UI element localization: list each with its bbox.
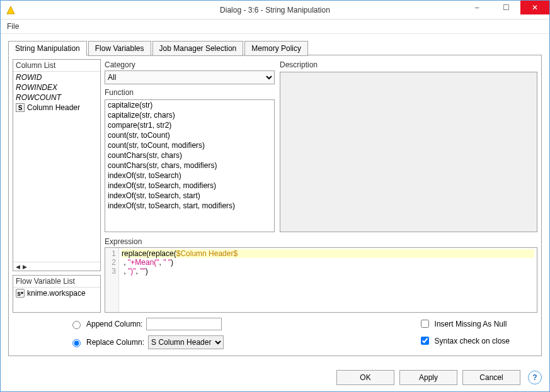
misc-options: Insert Missing As Null Syntax check on c… (418, 318, 535, 347)
append-column-label: Append Column: (86, 320, 142, 328)
function-item[interactable]: indexOf(str, toSearch, modifiers) (105, 181, 274, 191)
tab-strip: String Manipulation Flow Variables Job M… (8, 40, 542, 55)
category-function-col: Category All Function capitalize(str) ca… (105, 59, 275, 232)
function-item[interactable]: countChars(str, chars, modifiers) (105, 160, 274, 171)
list-item[interactable]: sᵒ knime.workspace (14, 288, 99, 298)
insert-missing-row: Insert Missing As Null (418, 318, 510, 330)
content-area: String Manipulation Flow Variables Job M… (1, 34, 549, 364)
string-type-icon: S (16, 103, 25, 112)
output-options: Append Column: Replace Column: S Column … (13, 313, 537, 352)
replace-column-select[interactable]: S Column Header (148, 335, 224, 349)
expression-label: Expression (105, 236, 537, 247)
insert-missing-label: Insert Missing As Null (435, 320, 507, 328)
insert-missing-checkbox[interactable] (421, 320, 429, 328)
expression-section: Expression 1 2 3 replace(replace($Column… (105, 236, 537, 313)
line-gutter: 1 2 3 (105, 248, 119, 312)
close-button[interactable]: ✕ (520, 1, 549, 14)
column-mode-options: Append Column: Replace Column: S Column … (69, 318, 224, 349)
right-column: Category All Function capitalize(str) ca… (105, 59, 537, 313)
append-column-input[interactable] (146, 318, 222, 330)
apply-button[interactable]: Apply (399, 370, 457, 385)
replace-column-row: Replace Column: S Column Header (69, 335, 224, 349)
list-item[interactable]: S Column Header (14, 103, 99, 113)
column-list-title: Column List (13, 60, 100, 71)
tab-memory-policy[interactable]: Memory Policy (244, 41, 308, 56)
list-item[interactable]: ROWCOUNT (14, 92, 99, 103)
function-list[interactable]: capitalize(str) capitalize(str, chars) c… (105, 99, 275, 232)
syntax-check-row: Syntax check on close (418, 335, 510, 347)
app-icon (6, 5, 16, 15)
column-list-box[interactable]: ROWID ROWINDEX ROWCOUNT S Column Header (13, 71, 100, 262)
append-column-radio[interactable] (72, 321, 81, 329)
minimize-button[interactable]: – (462, 1, 491, 14)
column-list-panel: Column List ROWID ROWINDEX ROWCOUNT S Co… (13, 59, 101, 271)
chevron-left-icon: ◀ (16, 264, 20, 270)
list-item-label: Column Header (27, 103, 80, 112)
ok-button[interactable]: OK (336, 370, 394, 385)
description-box[interactable] (280, 72, 537, 232)
replace-column-radio[interactable] (72, 339, 81, 347)
list-item[interactable]: ROWID (14, 72, 99, 82)
category-label: Category (105, 59, 275, 70)
tab-string-manipulation[interactable]: String Manipulation (8, 41, 87, 56)
function-label: Function (105, 87, 275, 98)
tab-flow-variables[interactable]: Flow Variables (88, 41, 151, 56)
syntax-check-label: Syntax check on close (435, 337, 510, 345)
function-item[interactable]: countChars(str, chars) (105, 150, 274, 160)
tab-job-manager[interactable]: Job Manager Selection (152, 41, 244, 56)
description-label: Description (280, 59, 537, 70)
category-function-description-row: Category All Function capitalize(str) ca… (105, 59, 537, 232)
window-buttons: – ☐ ✕ (462, 1, 549, 14)
syntax-check-checkbox[interactable] (421, 337, 429, 345)
upper-area: Column List ROWID ROWINDEX ROWCOUNT S Co… (13, 59, 537, 313)
menubar: File (1, 20, 549, 34)
list-item-label: knime.workspace (27, 289, 86, 298)
flow-variable-title: Flow Variable List (13, 276, 100, 287)
cancel-button[interactable]: Cancel (462, 370, 520, 385)
maximize-button[interactable]: ☐ (491, 1, 520, 14)
left-column: Column List ROWID ROWINDEX ROWCOUNT S Co… (13, 59, 101, 313)
function-item[interactable]: capitalize(str) (105, 100, 274, 110)
expression-editor[interactable]: 1 2 3 replace(replace($Column Header$ , … (105, 247, 537, 313)
code-area[interactable]: replace(replace($Column Header$ , "+Mean… (119, 248, 537, 312)
append-column-row: Append Column: (69, 318, 224, 330)
tab-panel: Column List ROWID ROWINDEX ROWCOUNT S Co… (8, 55, 542, 356)
function-item[interactable]: indexOf(str, toSearch, start) (105, 191, 274, 201)
replace-column-label: Replace Column: (86, 338, 144, 347)
description-col: Description (280, 59, 537, 232)
function-item[interactable]: compare(str1, str2) (105, 120, 274, 130)
menu-file[interactable]: File (7, 22, 19, 31)
flowvar-icon: sᵒ (16, 289, 25, 298)
function-item[interactable]: count(str, toCount, modifiers) (105, 140, 274, 150)
titlebar: Dialog - 3:6 - String Manipulation – ☐ ✕ (1, 1, 549, 20)
function-item[interactable]: indexOf(str, toSearch) (105, 171, 274, 181)
dialog-window: Dialog - 3:6 - String Manipulation – ☐ ✕… (0, 0, 550, 392)
chevron-right-icon: ▶ (23, 264, 27, 270)
help-button[interactable]: ? (528, 371, 542, 384)
function-item[interactable]: capitalize(str, chars) (105, 110, 274, 120)
list-item[interactable]: ROWINDEX (14, 82, 99, 92)
function-item[interactable]: indexOf(str, toSearch, start, modifiers) (105, 201, 274, 211)
scroll-buttons[interactable]: ◀ ▶ (13, 262, 100, 271)
flow-variable-panel: Flow Variable List sᵒ knime.workspace (13, 275, 101, 313)
category-select[interactable]: All (105, 70, 275, 84)
dialog-footer: OK Apply Cancel ? (1, 364, 549, 391)
svg-marker-0 (7, 6, 14, 14)
function-item[interactable]: count(str, toCount) (105, 130, 274, 140)
flow-variable-box[interactable]: sᵒ knime.workspace (13, 287, 100, 312)
